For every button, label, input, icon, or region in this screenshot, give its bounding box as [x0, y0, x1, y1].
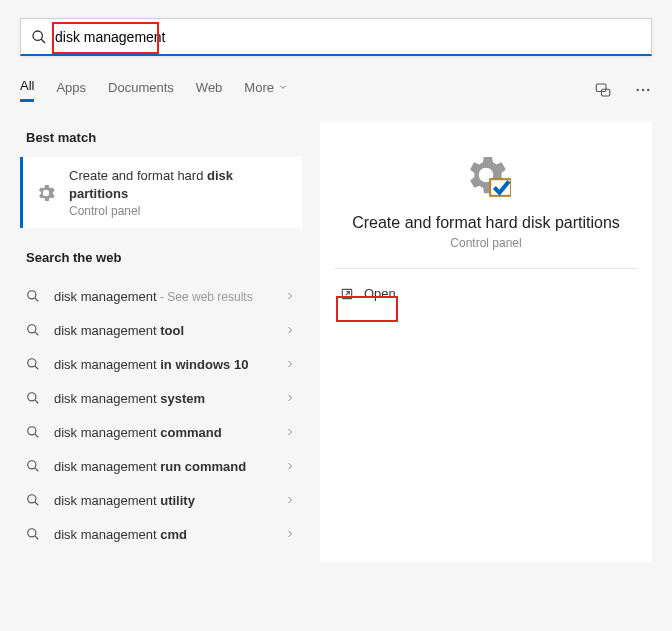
search-icon — [26, 357, 42, 371]
chevron-down-icon — [278, 82, 288, 92]
feedback-icon[interactable] — [594, 81, 612, 99]
tab-label: All — [20, 78, 34, 93]
web-suggestion-item[interactable]: disk management cmd — [20, 517, 302, 551]
svg-point-4 — [637, 89, 639, 91]
svg-point-13 — [28, 393, 36, 401]
web-suggestion-item[interactable]: disk management run command — [20, 449, 302, 483]
open-label: Open — [364, 286, 396, 301]
detail-title: Create and format hard disk partitions — [334, 214, 638, 232]
tab-label: Documents — [108, 80, 174, 95]
web-suggestions-list: disk management - See web resultsdisk ma… — [20, 279, 302, 551]
web-suggestion-label: disk management tool — [54, 323, 272, 338]
svg-line-16 — [35, 434, 38, 437]
detail-subtitle: Control panel — [334, 236, 638, 250]
detail-panel: Create and format hard disk partitions C… — [320, 122, 652, 562]
svg-point-0 — [33, 31, 42, 40]
svg-line-22 — [35, 536, 38, 539]
gear-icon — [35, 182, 57, 204]
tab-label: Web — [196, 80, 223, 95]
svg-point-19 — [28, 495, 36, 503]
svg-line-10 — [35, 332, 38, 335]
svg-line-1 — [41, 39, 45, 43]
chevron-right-icon — [284, 426, 296, 438]
svg-point-7 — [28, 291, 36, 299]
search-icon — [31, 29, 47, 45]
search-icon — [26, 323, 42, 337]
web-suggestion-item[interactable]: disk management in windows 10 — [20, 347, 302, 381]
tab-documents[interactable]: Documents — [108, 80, 174, 101]
tab-more[interactable]: More — [244, 80, 288, 101]
best-match-header: Best match — [20, 122, 302, 153]
best-match-title: Create and format hard disk partitions — [69, 167, 233, 202]
web-suggestion-label: disk management in windows 10 — [54, 357, 272, 372]
web-suggestion-item[interactable]: disk management - See web results — [20, 279, 302, 313]
chevron-right-icon — [284, 528, 296, 540]
divider — [334, 268, 638, 269]
search-bar[interactable] — [20, 18, 652, 56]
chevron-right-icon — [284, 460, 296, 472]
search-web-header: Search the web — [20, 242, 302, 273]
open-action[interactable]: Open — [334, 281, 638, 306]
chevron-right-icon — [284, 392, 296, 404]
tab-all[interactable]: All — [20, 78, 34, 102]
search-icon — [26, 289, 42, 303]
search-icon — [26, 425, 42, 439]
gear-check-icon — [461, 150, 511, 200]
tab-web[interactable]: Web — [196, 80, 223, 101]
search-icon — [26, 527, 42, 541]
main-content: Best match Create and format hard disk p… — [20, 122, 652, 562]
svg-point-11 — [28, 359, 36, 367]
svg-point-5 — [642, 89, 644, 91]
svg-line-14 — [35, 400, 38, 403]
web-suggestion-label: disk management run command — [54, 459, 272, 474]
tabs: All Apps Documents Web More — [20, 78, 652, 104]
results-panel: Best match Create and format hard disk p… — [20, 122, 302, 562]
svg-line-18 — [35, 468, 38, 471]
web-suggestion-label: disk management system — [54, 391, 272, 406]
svg-line-20 — [35, 502, 38, 505]
search-input[interactable] — [55, 29, 641, 45]
web-suggestion-label: disk management command — [54, 425, 272, 440]
web-suggestion-label: disk management utility — [54, 493, 272, 508]
svg-point-21 — [28, 529, 36, 537]
svg-point-6 — [647, 89, 649, 91]
chevron-right-icon — [284, 324, 296, 336]
tab-apps[interactable]: Apps — [56, 80, 86, 101]
svg-point-9 — [28, 325, 36, 333]
web-suggestion-item[interactable]: disk management command — [20, 415, 302, 449]
best-match-subtitle: Control panel — [69, 204, 233, 218]
best-match-text: Create and format hard disk partitions C… — [69, 167, 233, 218]
detail-icon-container — [334, 150, 638, 200]
web-suggestion-item[interactable]: disk management system — [20, 381, 302, 415]
web-suggestion-item[interactable]: disk management tool — [20, 313, 302, 347]
search-icon — [26, 391, 42, 405]
more-options-icon[interactable] — [634, 81, 652, 99]
svg-point-15 — [28, 427, 36, 435]
search-window: All Apps Documents Web More Best match — [0, 0, 672, 580]
web-suggestion-label: disk management - See web results — [54, 289, 272, 304]
svg-line-8 — [35, 298, 38, 301]
search-icon — [26, 493, 42, 507]
chevron-right-icon — [284, 494, 296, 506]
tab-label: Apps — [56, 80, 86, 95]
chevron-right-icon — [284, 358, 296, 370]
chevron-right-icon — [284, 290, 296, 302]
search-icon — [26, 459, 42, 473]
tab-label: More — [244, 80, 274, 95]
svg-point-17 — [28, 461, 36, 469]
svg-line-12 — [35, 366, 38, 369]
web-suggestion-item[interactable]: disk management utility — [20, 483, 302, 517]
open-external-icon — [340, 287, 354, 301]
web-suggestion-label: disk management cmd — [54, 527, 272, 542]
best-match-item[interactable]: Create and format hard disk partitions C… — [20, 157, 302, 228]
